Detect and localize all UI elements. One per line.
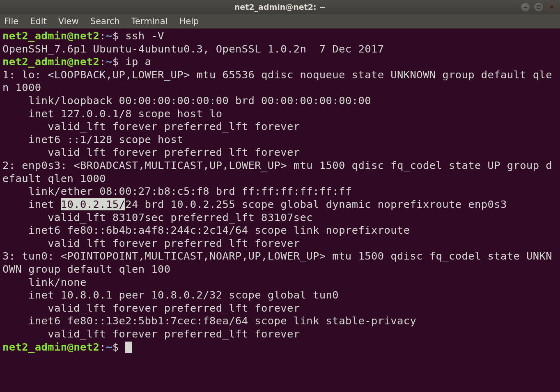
output-line: valid_lft forever preferred_lft forever	[2, 328, 300, 340]
highlighted-ip: 10.0.2.15/	[61, 198, 126, 210]
cmd-empty	[119, 341, 126, 353]
menu-edit[interactable]: Edit	[30, 16, 47, 26]
prompt-dollar: $	[112, 55, 119, 68]
prompt-path: ~	[106, 55, 112, 68]
output-line: link/none	[2, 276, 93, 288]
output-line: 3: tun0: <POINTOPOINT,MULTICAST,NOARP,UP…	[2, 250, 552, 275]
output-line: valid_lft 83107sec preferred_lft 83107se…	[2, 211, 313, 223]
prompt-dollar: $	[112, 30, 119, 42]
cmd-ip-a: ip a	[119, 55, 151, 68]
minimize-button[interactable]	[521, 2, 530, 12]
window-title: net2_admin@net2: ~	[0, 2, 560, 11]
output-line: inet 127.0.0.1/8 scope host lo	[2, 107, 223, 120]
output-line: inet6 fe80::6b4b:a4f8:244c:2c14/64 scope…	[2, 224, 416, 236]
terminal-window: net2_admin@net2: ~ File Edit View Search…	[0, 0, 560, 392]
prompt-colon: :	[99, 341, 106, 353]
output-line: link/ether 08:00:27:b8:c5:f8 brd ff:ff:f…	[2, 185, 352, 197]
output-line: valid_lft forever preferred_lft forever	[2, 120, 300, 132]
menu-terminal[interactable]: Terminal	[131, 16, 168, 26]
prompt-user: net2_admin@net2	[2, 341, 99, 353]
output-line: 2: enp0s3: <BROADCAST,MULTICAST,UP,LOWER…	[2, 159, 552, 185]
prompt-dollar: $	[112, 341, 119, 353]
output-line: inet	[2, 198, 61, 210]
prompt-user: net2_admin@net2	[2, 30, 99, 42]
output-line: inet6 fe80::13e2:5bb1:7cec:f8ea/64 scope…	[2, 315, 423, 327]
menubar: File Edit View Search Terminal Help	[0, 14, 560, 29]
cmd-ssh-v: ssh -V	[119, 30, 164, 42]
prompt-colon: :	[99, 55, 106, 68]
prompt-user: net2_admin@net2	[2, 55, 99, 68]
titlebar[interactable]: net2_admin@net2: ~	[0, 0, 560, 14]
output-ssh-version: OpenSSH_7.6p1 Ubuntu-4ubuntu0.3, OpenSSL…	[2, 43, 384, 55]
menu-help[interactable]: Help	[179, 16, 199, 26]
output-line: valid_lft forever preferred_lft forever	[2, 237, 300, 249]
output-line: 1: lo: <LOOPBACK,UP,LOWER_UP> mtu 65536 …	[2, 68, 552, 94]
output-line: 24 brd 10.0.2.255 scope global dynamic n…	[125, 198, 507, 210]
maximize-button[interactable]	[534, 2, 544, 12]
window-controls	[521, 2, 557, 12]
svg-rect-1	[537, 6, 540, 9]
terminal-area[interactable]: net2_admin@net2:~$ ssh -V OpenSSH_7.6p1 …	[0, 29, 560, 392]
output-line: inet6 ::1/128 scope host	[2, 133, 190, 146]
output-line: inet 10.8.0.1 peer 10.8.0.2/32 scope glo…	[2, 289, 339, 301]
menu-view[interactable]: View	[58, 16, 79, 26]
close-button[interactable]	[547, 2, 557, 12]
menu-search[interactable]: Search	[90, 16, 120, 26]
output-line: link/loopback 00:00:00:00:00:00 brd 00:0…	[2, 94, 371, 107]
menu-file[interactable]: File	[4, 16, 18, 26]
output-line: valid_lft forever preferred_lft forever	[2, 302, 300, 314]
prompt-path: ~	[106, 30, 112, 42]
prompt-colon: :	[99, 30, 106, 42]
output-line: valid_lft forever preferred_lft forever	[2, 146, 300, 158]
prompt-path: ~	[106, 341, 112, 353]
cursor-block-icon	[125, 342, 132, 353]
